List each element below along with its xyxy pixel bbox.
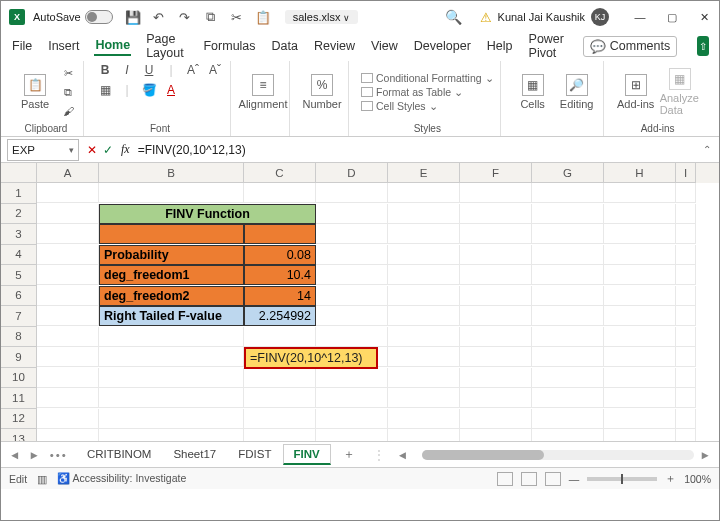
cell-I13[interactable] <box>676 429 696 441</box>
cut-icon[interactable]: ✂ <box>229 9 245 25</box>
cell-F13[interactable] <box>460 429 532 441</box>
cell-H11[interactable] <box>604 388 676 408</box>
page-break-view-icon[interactable] <box>545 472 561 486</box>
row-header[interactable]: 10 <box>1 368 37 389</box>
row-header[interactable]: 2 <box>1 204 37 225</box>
sheet-tab-fdist[interactable]: FDIST <box>227 444 282 465</box>
copy-icon[interactable]: ⧉ <box>203 9 219 25</box>
redo-icon[interactable]: ↷ <box>177 9 193 25</box>
cell-G8[interactable] <box>532 327 604 347</box>
cell-H2[interactable] <box>604 204 676 224</box>
cell-H1[interactable] <box>604 183 676 203</box>
cell-B1[interactable] <box>99 183 244 203</box>
col-header[interactable]: D <box>316 163 388 183</box>
workbook-stats-icon[interactable]: ▥ <box>37 473 47 485</box>
zoom-in-button[interactable]: ＋ <box>665 472 676 486</box>
cell-C8[interactable] <box>244 327 316 347</box>
cell-D8[interactable] <box>316 327 388 347</box>
cell-F12[interactable] <box>460 409 532 429</box>
menu-tab-view[interactable]: View <box>370 37 399 55</box>
cell-I10[interactable] <box>676 368 696 388</box>
cell-D6[interactable] <box>316 286 388 306</box>
cell-B3[interactable] <box>99 224 244 244</box>
cell-E7[interactable] <box>388 306 460 326</box>
cell-E13[interactable] <box>388 429 460 441</box>
bold-button[interactable]: B <box>96 61 114 79</box>
cell-F3[interactable] <box>460 224 532 244</box>
cell-I12[interactable] <box>676 409 696 429</box>
cell-C6[interactable]: 14 <box>244 286 316 306</box>
col-header[interactable]: H <box>604 163 676 183</box>
menu-tab-home[interactable]: Home <box>94 36 131 56</box>
menu-tab-review[interactable]: Review <box>313 37 356 55</box>
cell-I3[interactable] <box>676 224 696 244</box>
cell-B10[interactable] <box>99 368 244 388</box>
fx-icon[interactable]: fx <box>121 142 130 157</box>
cell-I8[interactable] <box>676 327 696 347</box>
cell-C9[interactable]: =FINV(20,10^12,13) <box>244 347 378 369</box>
cell-C11[interactable] <box>244 388 316 408</box>
cell-E12[interactable] <box>388 409 460 429</box>
col-header[interactable]: E <box>388 163 460 183</box>
cell-G10[interactable] <box>532 368 604 388</box>
share-button[interactable]: ⇧ <box>697 36 709 56</box>
addins-button[interactable]: ⊞ Add-ins <box>616 74 656 110</box>
cell-G1[interactable] <box>532 183 604 203</box>
search-icon[interactable]: 🔍 <box>445 9 462 25</box>
cell-B9[interactable] <box>99 347 244 367</box>
cell-styles-button[interactable]: Cell Styles ⌄ <box>361 100 494 112</box>
zoom-out-button[interactable]: — <box>569 473 580 485</box>
cell-E6[interactable] <box>388 286 460 306</box>
menu-tab-developer[interactable]: Developer <box>413 37 472 55</box>
cell-H10[interactable] <box>604 368 676 388</box>
row-header[interactable]: 1 <box>1 183 37 204</box>
cell-E5[interactable] <box>388 265 460 285</box>
cell-F4[interactable] <box>460 245 532 265</box>
name-box[interactable]: EXP▾ <box>7 139 79 161</box>
sheet-tab-finv[interactable]: FINV <box>283 444 331 465</box>
col-header[interactable]: B <box>99 163 244 183</box>
cell-D12[interactable] <box>316 409 388 429</box>
row-header[interactable]: 13 <box>1 429 37 441</box>
row-header[interactable]: 12 <box>1 409 37 430</box>
cell-C3[interactable] <box>244 224 316 244</box>
cell-F6[interactable] <box>460 286 532 306</box>
row-header[interactable]: 8 <box>1 327 37 348</box>
cell-H7[interactable] <box>604 306 676 326</box>
autosave-toggle[interactable] <box>85 10 113 24</box>
fill-color-button[interactable]: 🪣 <box>140 81 158 99</box>
cell-H13[interactable] <box>604 429 676 441</box>
cell-I9[interactable] <box>676 347 696 367</box>
select-all-corner[interactable] <box>1 163 37 183</box>
menu-tab-power-pivot[interactable]: Power Pivot <box>528 30 569 62</box>
cell-C10[interactable] <box>244 368 316 388</box>
cell-G4[interactable] <box>532 245 604 265</box>
cell-E11[interactable] <box>388 388 460 408</box>
cell-D13[interactable] <box>316 429 388 441</box>
cell-G7[interactable] <box>532 306 604 326</box>
cell-G11[interactable] <box>532 388 604 408</box>
col-header[interactable]: C <box>244 163 316 183</box>
horizontal-scrollbar[interactable] <box>422 450 694 460</box>
sheet-tab-critbinom[interactable]: CRITBINOM <box>76 444 163 465</box>
cell-G5[interactable] <box>532 265 604 285</box>
cell-G9[interactable] <box>532 347 604 367</box>
tab-nav-prev[interactable]: ◄ <box>7 449 22 461</box>
cell-C5[interactable]: 10.4 <box>244 265 316 285</box>
row-header[interactable]: 5 <box>1 265 37 286</box>
menu-tab-data[interactable]: Data <box>271 37 299 55</box>
cell-A6[interactable] <box>37 286 99 306</box>
scroll-left[interactable]: ◄ <box>395 449 410 461</box>
menu-tab-page-layout[interactable]: Page Layout <box>145 30 188 62</box>
increase-font-icon[interactable]: Aˆ <box>184 61 202 79</box>
cell-D11[interactable] <box>316 388 388 408</box>
row-header[interactable]: 3 <box>1 224 37 245</box>
cell-H6[interactable] <box>604 286 676 306</box>
cell-I11[interactable] <box>676 388 696 408</box>
cell-C1[interactable] <box>244 183 316 203</box>
cancel-formula-icon[interactable]: ✕ <box>87 143 97 157</box>
cell-H3[interactable] <box>604 224 676 244</box>
format-painter-icon[interactable]: 🖌 <box>59 102 77 120</box>
cell-A2[interactable] <box>37 204 99 224</box>
cell-G2[interactable] <box>532 204 604 224</box>
